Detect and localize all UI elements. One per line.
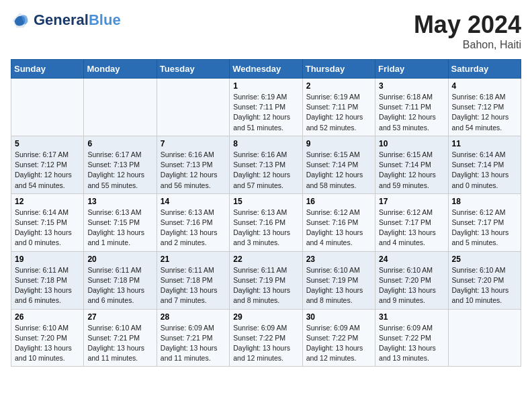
- day-info: Sunrise: 6:18 AMSunset: 7:11 PMDaylight:…: [379, 92, 444, 133]
- logo-icon: [11, 11, 30, 30]
- day-number: 10: [379, 139, 444, 148]
- day-number: 7: [161, 139, 226, 148]
- column-header-saturday: Saturday: [448, 60, 521, 79]
- day-info: Sunrise: 6:17 AMSunset: 7:13 PMDaylight:…: [87, 150, 152, 191]
- calendar-body: 1Sunrise: 6:19 AMSunset: 7:11 PMDaylight…: [11, 79, 521, 367]
- day-info: Sunrise: 6:16 AMSunset: 7:13 PMDaylight:…: [233, 150, 298, 191]
- column-header-monday: Monday: [84, 60, 157, 79]
- logo-text: GeneralBlue: [34, 13, 121, 28]
- day-number: 4: [452, 81, 517, 91]
- day-number: 8: [233, 139, 298, 148]
- page-header: GeneralBlue May 2024 Bahon, Haiti: [11, 11, 521, 51]
- day-info: Sunrise: 6:10 AMSunset: 7:20 PMDaylight:…: [379, 265, 444, 306]
- week-row-3: 12Sunrise: 6:14 AMSunset: 7:15 PMDayligh…: [11, 193, 521, 251]
- day-number: 20: [87, 255, 152, 264]
- day-info: Sunrise: 6:09 AMSunset: 7:22 PMDaylight:…: [306, 323, 371, 364]
- day-cell-1: 1Sunrise: 6:19 AMSunset: 7:11 PMDaylight…: [230, 79, 302, 136]
- day-number: 22: [233, 255, 298, 264]
- day-info: Sunrise: 6:11 AMSunset: 7:19 PMDaylight:…: [233, 265, 298, 306]
- day-info: Sunrise: 6:16 AMSunset: 7:13 PMDaylight:…: [161, 150, 226, 191]
- day-number: 31: [379, 312, 444, 322]
- day-info: Sunrise: 6:19 AMSunset: 7:11 PMDaylight:…: [233, 92, 298, 133]
- day-info: Sunrise: 6:13 AMSunset: 7:15 PMDaylight:…: [87, 208, 152, 248]
- day-info: Sunrise: 6:12 AMSunset: 7:16 PMDaylight:…: [306, 208, 371, 248]
- day-cell-12: 12Sunrise: 6:14 AMSunset: 7:15 PMDayligh…: [11, 193, 84, 251]
- day-info: Sunrise: 6:10 AMSunset: 7:20 PMDaylight:…: [15, 323, 80, 364]
- day-cell-21: 21Sunrise: 6:11 AMSunset: 7:18 PMDayligh…: [157, 251, 229, 309]
- day-cell-empty: [84, 79, 157, 136]
- day-number: 2: [306, 81, 371, 91]
- day-cell-22: 22Sunrise: 6:11 AMSunset: 7:19 PMDayligh…: [230, 251, 302, 309]
- day-number: 24: [379, 255, 444, 264]
- day-cell-27: 27Sunrise: 6:10 AMSunset: 7:21 PMDayligh…: [84, 309, 157, 367]
- day-info: Sunrise: 6:09 AMSunset: 7:21 PMDaylight:…: [161, 323, 226, 364]
- day-number: 12: [15, 197, 80, 206]
- day-cell-29: 29Sunrise: 6:09 AMSunset: 7:22 PMDayligh…: [230, 309, 302, 367]
- day-cell-9: 9Sunrise: 6:15 AMSunset: 7:14 PMDaylight…: [302, 136, 375, 193]
- day-cell-11: 11Sunrise: 6:14 AMSunset: 7:14 PMDayligh…: [448, 136, 521, 193]
- day-info: Sunrise: 6:19 AMSunset: 7:11 PMDaylight:…: [306, 92, 371, 133]
- month-year-title: May 2024: [414, 11, 521, 39]
- logo: GeneralBlue: [11, 11, 121, 30]
- day-cell-empty: [11, 79, 84, 136]
- day-number: 11: [452, 139, 517, 148]
- calendar-table: SundayMondayTuesdayWednesdayThursdayFrid…: [11, 59, 521, 367]
- day-info: Sunrise: 6:18 AMSunset: 7:12 PMDaylight:…: [452, 92, 517, 133]
- day-cell-20: 20Sunrise: 6:11 AMSunset: 7:18 PMDayligh…: [84, 251, 157, 309]
- day-cell-14: 14Sunrise: 6:13 AMSunset: 7:16 PMDayligh…: [157, 193, 229, 251]
- day-cell-28: 28Sunrise: 6:09 AMSunset: 7:21 PMDayligh…: [157, 309, 229, 367]
- day-number: 29: [233, 312, 298, 322]
- day-number: 16: [306, 197, 371, 206]
- day-cell-25: 25Sunrise: 6:10 AMSunset: 7:20 PMDayligh…: [448, 251, 521, 309]
- header-row: SundayMondayTuesdayWednesdayThursdayFrid…: [11, 60, 521, 79]
- day-number: 30: [306, 312, 371, 322]
- day-cell-19: 19Sunrise: 6:11 AMSunset: 7:18 PMDayligh…: [11, 251, 84, 309]
- day-number: 14: [161, 197, 226, 206]
- day-cell-2: 2Sunrise: 6:19 AMSunset: 7:11 PMDaylight…: [302, 79, 375, 136]
- day-number: 9: [306, 139, 371, 148]
- day-cell-16: 16Sunrise: 6:12 AMSunset: 7:16 PMDayligh…: [302, 193, 375, 251]
- day-info: Sunrise: 6:12 AMSunset: 7:17 PMDaylight:…: [452, 208, 517, 248]
- day-cell-15: 15Sunrise: 6:13 AMSunset: 7:16 PMDayligh…: [230, 193, 302, 251]
- column-header-sunday: Sunday: [11, 60, 84, 79]
- day-cell-13: 13Sunrise: 6:13 AMSunset: 7:15 PMDayligh…: [84, 193, 157, 251]
- column-header-friday: Friday: [375, 60, 448, 79]
- column-header-tuesday: Tuesday: [157, 60, 229, 79]
- day-number: 21: [161, 255, 226, 264]
- day-info: Sunrise: 6:11 AMSunset: 7:18 PMDaylight:…: [87, 265, 152, 306]
- day-number: 18: [452, 197, 517, 206]
- day-number: 3: [379, 81, 444, 91]
- day-cell-3: 3Sunrise: 6:18 AMSunset: 7:11 PMDaylight…: [375, 79, 448, 136]
- day-number: 17: [379, 197, 444, 206]
- day-cell-26: 26Sunrise: 6:10 AMSunset: 7:20 PMDayligh…: [11, 309, 84, 367]
- location-subtitle: Bahon, Haiti: [414, 39, 521, 51]
- day-cell-18: 18Sunrise: 6:12 AMSunset: 7:17 PMDayligh…: [448, 193, 521, 251]
- day-number: 28: [161, 312, 226, 322]
- day-number: 15: [233, 197, 298, 206]
- day-cell-31: 31Sunrise: 6:09 AMSunset: 7:22 PMDayligh…: [375, 309, 448, 367]
- day-number: 1: [233, 81, 298, 91]
- day-cell-7: 7Sunrise: 6:16 AMSunset: 7:13 PMDaylight…: [157, 136, 229, 193]
- day-info: Sunrise: 6:12 AMSunset: 7:17 PMDaylight:…: [379, 208, 444, 248]
- week-row-2: 5Sunrise: 6:17 AMSunset: 7:12 PMDaylight…: [11, 136, 521, 193]
- week-row-4: 19Sunrise: 6:11 AMSunset: 7:18 PMDayligh…: [11, 251, 521, 309]
- day-number: 27: [87, 312, 152, 322]
- day-info: Sunrise: 6:13 AMSunset: 7:16 PMDaylight:…: [161, 208, 226, 248]
- day-number: 6: [87, 139, 152, 148]
- day-info: Sunrise: 6:10 AMSunset: 7:20 PMDaylight:…: [452, 265, 517, 306]
- day-cell-empty: [157, 79, 229, 136]
- day-cell-10: 10Sunrise: 6:15 AMSunset: 7:14 PMDayligh…: [375, 136, 448, 193]
- day-info: Sunrise: 6:17 AMSunset: 7:12 PMDaylight:…: [15, 150, 80, 191]
- day-cell-8: 8Sunrise: 6:16 AMSunset: 7:13 PMDaylight…: [230, 136, 302, 193]
- day-number: 13: [87, 197, 152, 206]
- day-number: 26: [15, 312, 80, 322]
- day-cell-24: 24Sunrise: 6:10 AMSunset: 7:20 PMDayligh…: [375, 251, 448, 309]
- day-info: Sunrise: 6:15 AMSunset: 7:14 PMDaylight:…: [379, 150, 444, 191]
- week-row-5: 26Sunrise: 6:10 AMSunset: 7:20 PMDayligh…: [11, 309, 521, 367]
- day-info: Sunrise: 6:10 AMSunset: 7:21 PMDaylight:…: [87, 323, 152, 364]
- day-info: Sunrise: 6:10 AMSunset: 7:19 PMDaylight:…: [306, 265, 371, 306]
- day-info: Sunrise: 6:11 AMSunset: 7:18 PMDaylight:…: [161, 265, 226, 306]
- day-info: Sunrise: 6:14 AMSunset: 7:15 PMDaylight:…: [15, 208, 80, 248]
- day-cell-23: 23Sunrise: 6:10 AMSunset: 7:19 PMDayligh…: [302, 251, 375, 309]
- title-block: May 2024 Bahon, Haiti: [414, 11, 521, 51]
